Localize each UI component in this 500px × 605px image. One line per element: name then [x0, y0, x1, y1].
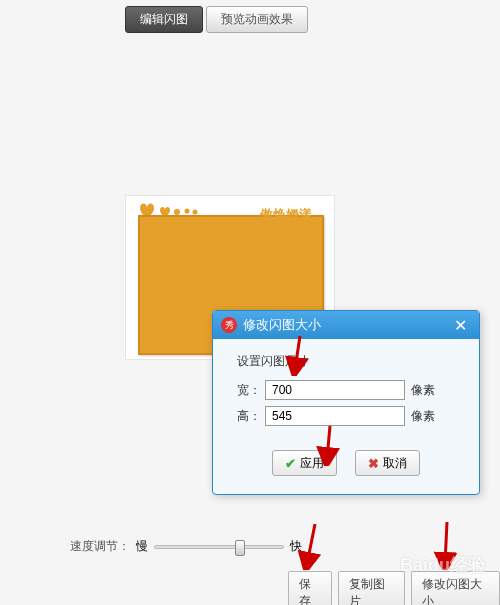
- save-button[interactable]: 保存: [288, 571, 332, 605]
- height-label: 高：: [237, 408, 265, 425]
- cancel-label: 取消: [383, 455, 407, 472]
- dialog-titlebar[interactable]: 秀 修改闪图大小 ✕: [213, 311, 479, 339]
- width-unit: 像素: [411, 382, 435, 399]
- fast-label: 快: [290, 538, 302, 555]
- speed-label: 速度调节：: [70, 538, 130, 555]
- dialog-title: 修改闪图大小: [243, 316, 450, 334]
- tab-edit[interactable]: 编辑闪图: [125, 6, 203, 33]
- resize-dialog: 秀 修改闪图大小 ✕ 设置闪图尺寸 宽： 像素 高： 像素 ✔ 应用 ✖ 取消: [212, 310, 480, 495]
- apply-button[interactable]: ✔ 应用: [272, 450, 337, 476]
- slow-label: 慢: [136, 538, 148, 555]
- width-input[interactable]: [265, 380, 405, 400]
- close-icon[interactable]: ✕: [450, 316, 471, 335]
- dialog-subtitle: 设置闪图尺寸: [237, 353, 463, 370]
- svg-point-1: [185, 209, 190, 214]
- height-unit: 像素: [411, 408, 435, 425]
- svg-point-2: [193, 210, 198, 215]
- x-icon: ✖: [368, 456, 379, 471]
- apply-label: 应用: [300, 455, 324, 472]
- speed-slider[interactable]: [154, 545, 284, 549]
- width-label: 宽：: [237, 382, 265, 399]
- check-icon: ✔: [285, 456, 296, 471]
- tab-preview[interactable]: 预览动画效果: [206, 6, 308, 33]
- copy-button[interactable]: 复制图片: [338, 571, 405, 605]
- svg-line-5: [307, 524, 315, 564]
- height-input[interactable]: [265, 406, 405, 426]
- preview-title: 傲焕嫒漾: [260, 206, 312, 224]
- cancel-button[interactable]: ✖ 取消: [355, 450, 420, 476]
- slider-thumb[interactable]: [235, 540, 245, 556]
- app-icon: 秀: [221, 317, 237, 333]
- watermark: Baidu经验: [400, 553, 486, 577]
